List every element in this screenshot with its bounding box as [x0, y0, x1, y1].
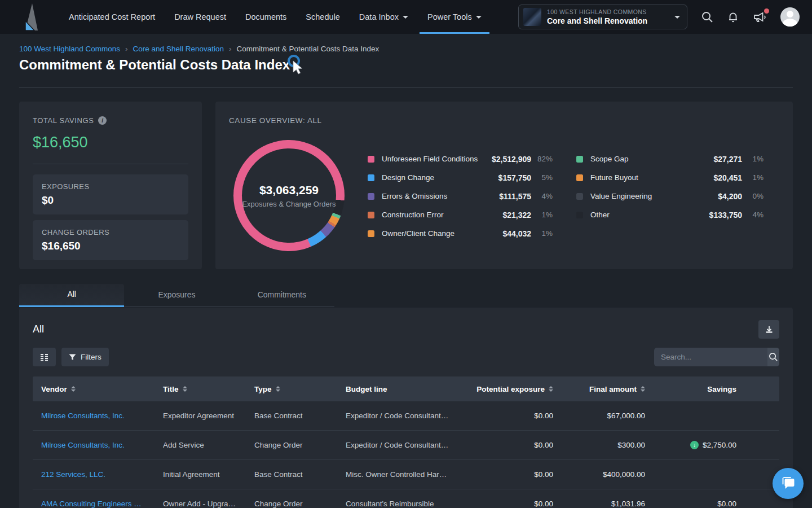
cause-donut-chart: $3,063,259 Exposures & Change Orders [233, 140, 345, 251]
legend-item: Unforeseen Field Conditions$2,512,90982% [368, 150, 553, 168]
legend-label: Other [590, 211, 709, 219]
table-header-row: VendorTitleTypeBudget linePotential expo… [33, 376, 779, 401]
cell-vendor: 212 Services, LLC. [41, 470, 163, 479]
column-header-vendor[interactable]: Vendor [41, 385, 163, 393]
vendor-link[interactable]: AMA Consulting Engineers … [41, 500, 142, 508]
column-header-budget-line: Budget line [346, 385, 467, 393]
breadcrumb-separator: › [229, 45, 232, 53]
vendor-link[interactable]: 212 Services, LLC. [41, 470, 105, 479]
legend-column-2: Scope Gap$27,2711%Future Buyout$20,4511%… [576, 150, 764, 243]
avatar[interactable] [780, 7, 800, 27]
legend-swatch [576, 212, 583, 218]
cell-title: Initial Agreement [163, 470, 254, 479]
legend-swatch [576, 193, 583, 200]
nav-item-power-tools[interactable]: Power Tools [427, 0, 482, 34]
nav-item-label: Schedule [306, 12, 339, 21]
legend-label: Future Buyout [590, 173, 713, 182]
table-body: Milrose Consultants, Inc.Expeditor Agree… [33, 401, 779, 508]
bell-icon[interactable] [727, 11, 739, 23]
breadcrumb-link[interactable]: Core and Shell Renovation [133, 45, 224, 53]
savings-value: ↓$2,750.00 [690, 441, 736, 449]
tab-exposures[interactable]: Exposures [124, 284, 229, 307]
search-input[interactable] [654, 348, 767, 366]
vendor-link[interactable]: Milrose Consultants, Inc. [41, 441, 125, 449]
cell-type: Change Order [254, 441, 346, 449]
search-submit-icon[interactable] [767, 348, 779, 366]
legend-column-1: Unforeseen Field Conditions$2,512,90982%… [368, 150, 553, 243]
legend-item: Future Buyout$20,4511% [576, 168, 764, 187]
cell-final-amount: $67,000.00 [553, 411, 645, 420]
chat-launcher-button[interactable] [773, 468, 804, 499]
nav-item-label: Documents [245, 12, 286, 21]
nav-item-documents[interactable]: Documents [245, 0, 286, 34]
sort-icon[interactable] [641, 386, 645, 392]
table-toolbar: Filters [33, 348, 779, 366]
columns-button[interactable] [33, 348, 56, 366]
table-row[interactable]: 212 Services, LLC.Initial AgreementBase … [33, 460, 779, 489]
info-icon[interactable]: i [98, 116, 107, 125]
legend-percent: 4% [531, 192, 553, 200]
legend-label: Construction Error [382, 211, 502, 219]
app-root: Anticipated Cost ReportDraw RequestDocum… [0, 0, 812, 508]
donut-center-total: $3,063,259 [259, 183, 319, 197]
column-header-final-amount[interactable]: Final amount [553, 385, 645, 393]
breadcrumb-current: Commitment & Potential Costs Data Index [236, 45, 379, 53]
legend-amount: $133,750 [709, 211, 742, 220]
table-row[interactable]: AMA Consulting Engineers …Owner Add - Up… [33, 489, 779, 508]
cell-final-amount: $400,000.00 [553, 470, 645, 479]
megaphone-icon[interactable] [753, 10, 767, 24]
exposures-subcard: EXPOSURES $0 [33, 174, 188, 214]
filters-button[interactable]: Filters [61, 348, 109, 366]
column-header-title[interactable]: Title [163, 385, 254, 393]
legend-swatch [576, 156, 583, 163]
sort-icon[interactable] [71, 386, 76, 392]
sort-icon[interactable] [276, 386, 280, 392]
top-navbar: Anticipated Cost ReportDraw RequestDocum… [0, 0, 812, 34]
table-row[interactable]: Milrose Consultants, Inc.Add ServiceChan… [33, 431, 779, 460]
cell-potential-exposure: $0.00 [467, 411, 553, 420]
nav-item-label: Draw Request [174, 12, 226, 21]
project-name: 100 WEST HIGHLAND COMMONS [547, 8, 674, 15]
breadcrumb-link[interactable]: 100 West Highland Commons [19, 45, 120, 53]
cell-budget-line: Expeditor / Code Consultant… [346, 411, 467, 420]
legend-amount: $20,451 [713, 173, 742, 182]
cell-title: Owner Add - Upgra… [163, 500, 254, 508]
app-logo-icon[interactable] [20, 2, 41, 32]
legend-item: Owner/Client Change$44,0321% [368, 224, 553, 243]
nav-item-anticipated-cost-report[interactable]: Anticipated Cost Report [69, 0, 155, 34]
nav-item-label: Power Tools [427, 12, 472, 21]
nav-item-schedule[interactable]: Schedule [306, 0, 339, 34]
column-header-label: Type [254, 385, 272, 393]
legend-swatch [368, 212, 374, 218]
cell-budget-line: Consultant's Reimbursible [346, 500, 467, 508]
cause-overview-title: CAUSE OVERVIEW: ALL [229, 116, 779, 125]
cell-vendor: AMA Consulting Engineers … [41, 500, 163, 508]
nav-item-label: Anticipated Cost Report [69, 12, 155, 21]
change-orders-value: $16,650 [42, 240, 179, 252]
legend-item: Design Change$157,7505% [368, 168, 553, 187]
breadcrumb: 100 West Highland Commons›Core and Shell… [19, 45, 379, 53]
vendor-link[interactable]: Milrose Consultants, Inc. [41, 411, 125, 420]
legend-label: Value Engineering [590, 192, 718, 200]
legend-amount: $21,322 [502, 211, 531, 220]
nav-items: Anticipated Cost ReportDraw RequestDocum… [69, 0, 482, 34]
project-selector[interactable]: 100 WEST HIGHLAND COMMONS Core and Shell… [518, 5, 687, 29]
sort-icon[interactable] [183, 386, 187, 392]
notification-dot [764, 8, 769, 14]
search-icon[interactable] [701, 11, 713, 23]
legend-percent: 1% [742, 155, 764, 163]
nav-item-data-inbox[interactable]: Data Inbox [359, 0, 408, 34]
legend-percent: 1% [742, 173, 764, 182]
nav-item-draw-request[interactable]: Draw Request [174, 0, 226, 34]
tab-commitments[interactable]: Commitments [230, 284, 334, 307]
legend-label: Scope Gap [590, 155, 713, 163]
sort-icon[interactable] [549, 386, 553, 392]
column-header-potential-exposure[interactable]: Potential exposure [467, 385, 553, 393]
tab-all[interactable]: All [19, 284, 124, 307]
page-title: Commitment & Potential Costs Data Index [19, 57, 290, 73]
download-button[interactable] [758, 320, 779, 339]
cause-legend: Unforeseen Field Conditions$2,512,90982%… [368, 150, 764, 243]
column-header-type[interactable]: Type [254, 385, 346, 393]
data-table-card: All Filters VendorTitleTypeBudget linePo… [19, 308, 793, 508]
table-row[interactable]: Milrose Consultants, Inc.Expeditor Agree… [33, 401, 779, 431]
